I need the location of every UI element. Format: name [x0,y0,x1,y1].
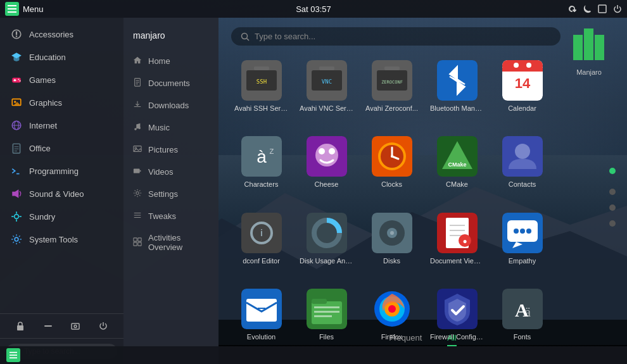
app-label-avahi-ssh: Avahi SSH Serve... [234,104,288,112]
moon-icon[interactable] [583,4,592,13]
sidebar-item-graphics[interactable]: Graphics [3,91,121,114]
sidebar-item-accessories[interactable]: Accessories [3,23,121,46]
taskbar-top: Menu Sat 03:57 [0,0,627,18]
app-icon-disks [372,213,412,253]
sidebar-item-sundry[interactable]: Sundry [3,205,121,228]
nav-item-downloads[interactable]: Downloads [124,94,218,116]
nav-icon-home [133,56,142,66]
nav-item-settings[interactable]: Settings [124,183,218,205]
poweroff-icon[interactable] [96,319,110,333]
svg-rect-9 [16,32,17,35]
nav-label-music: Music [148,123,170,132]
app-label-cheese: Cheese [315,180,339,188]
app-disks[interactable]: Disks [362,208,422,279]
svg-point-15 [18,79,19,80]
app-cheese[interactable]: Cheese [296,131,357,202]
app-icon-contacts [502,136,543,177]
taskbar-right [567,4,622,13]
search-bar [231,27,560,46]
nav-item-home[interactable]: Home [124,50,218,72]
nav-label-documents: Documents [148,78,190,88]
nav-item-music[interactable]: Music [124,116,218,139]
svg-text:z: z [269,146,274,156]
taskbar-time: Sat 03:57 [296,4,331,14]
lock-screen-icon[interactable] [13,319,27,333]
app-dconf[interactable]: i dconf Editor [231,208,291,279]
sidebar-item-systemtools[interactable]: System Tools [3,228,121,251]
menu-button[interactable] [5,2,19,16]
sidebar-label-office: Office [29,144,51,153]
sidebar-item-office[interactable]: Office [3,137,121,160]
svg-point-29 [15,215,19,219]
refresh-icon[interactable] [567,4,576,13]
app-avahi-vnc[interactable]: VNC Avahi VNC Serv... [296,55,357,126]
main-content: SSH Avahi SSH Serve... VNC Avahi VNC Ser… [218,18,627,364]
taskbar-bottom-menu[interactable] [6,348,20,362]
sidebar-label-education: Education [29,53,66,62]
tab-frequent[interactable]: Frequent [389,333,422,346]
svg-text:●: ● [462,237,467,246]
sidebar-item-education[interactable]: Education [3,46,121,68]
app-characters[interactable]: àz Characters [231,131,291,202]
app-bluetooth[interactable]: Bluetooth Mana... [427,55,487,126]
app-clocks[interactable]: Clocks [362,131,422,202]
sidebar-label-graphics: Graphics [29,98,62,108]
svg-point-115 [520,229,525,234]
app-label-calendar: Calendar [508,104,536,112]
app-empathy[interactable]: Empathy [492,208,552,279]
svg-point-84 [329,148,335,154]
sidebar-icon-soundvideo [10,187,23,200]
svg-rect-36 [44,325,52,327]
main-search-icon [241,32,250,41]
sidebar-item-soundvideo[interactable]: Sound & Video [3,182,121,205]
svg-point-95 [515,144,530,159]
taskbar-bottom [0,346,627,364]
svg-text:ä: ä [525,305,531,319]
app-avahi-zero[interactable]: ZEROCONF Avahi Zeroconf... [362,55,422,126]
svg-point-49 [136,192,139,194]
svg-text:VNC: VNC [321,78,331,85]
middle-panel: manjaro Home Documents Downloads Music P… [124,18,218,364]
nav-item-pictures[interactable]: Pictures [124,139,218,161]
svg-text:14: 14 [514,75,530,91]
sidebar-label-systemtools: System Tools [29,235,78,244]
suspend-icon[interactable] [41,319,55,333]
nav-label-tweaks: Tweaks [148,211,176,221]
app-avahi-ssh[interactable]: SSH Avahi SSH Serve... [231,55,291,126]
app-docviewer[interactable]: ● Document Viewer [427,208,487,279]
sidebar-item-programming[interactable]: Programming [3,160,121,182]
svg-line-58 [247,38,250,41]
app-cmake[interactable]: CMake CMake [427,131,487,202]
nav-item-videos[interactable]: Videos [124,161,218,183]
svg-rect-35 [17,325,23,330]
sidebar-item-games[interactable]: Games [3,68,121,91]
nav-label-settings: Settings [148,189,178,199]
sidebar-icon-graphics [10,96,23,109]
sidebar-item-internet[interactable]: Internet [3,114,121,137]
app-icon-calendar: 14 [502,60,543,101]
nav-icon-music [133,122,142,133]
app-calendar[interactable]: 14 Calendar [492,55,552,126]
svg-rect-136 [10,355,17,356]
svg-rect-4 [8,5,16,6]
tab-all[interactable]: All [447,333,456,346]
svg-rect-7 [598,5,606,13]
main-search-input[interactable] [255,32,551,41]
screenshot-icon[interactable] [68,319,82,333]
app-diskusage[interactable]: Disk Usage Anal... [296,208,357,279]
nav-item-documents[interactable]: Documents [124,72,218,94]
window-icon[interactable] [598,4,607,13]
app-label-characters: Characters [244,180,279,188]
app-contacts[interactable]: Contacts [492,131,552,202]
svg-rect-47 [134,169,140,173]
svg-point-83 [319,148,325,154]
power-icon[interactable] [613,4,622,13]
sidebar: Accessories Education Games Graphics Int… [0,18,124,364]
nav-item-tweaks[interactable]: Tweaks [124,205,218,227]
svg-rect-66 [319,66,334,70]
svg-rect-70 [384,66,400,70]
svg-point-90 [391,155,393,158]
svg-point-57 [242,33,248,39]
nav-item-activities[interactable]: Activities Overview [124,227,218,258]
app-icon-firewall [437,289,478,329]
